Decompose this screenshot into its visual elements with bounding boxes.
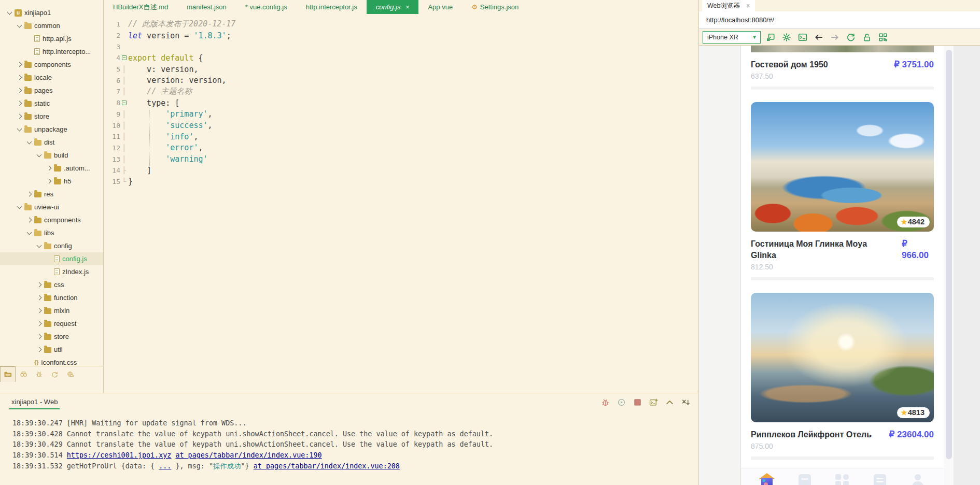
debug-icon[interactable] [31, 366, 47, 382]
globe-icon[interactable] [62, 366, 78, 382]
chevron-down-icon[interactable] [26, 230, 33, 236]
tab-config.js[interactable]: config.js× [367, 0, 419, 14]
tree-item-config[interactable]: config [0, 239, 103, 252]
chevron-right-icon[interactable] [36, 281, 43, 288]
refresh-icon[interactable] [47, 366, 62, 382]
tree-item-common[interactable]: common [0, 19, 103, 32]
console-link[interactable]: at pages/tabbar/index/index.vue:190 [175, 451, 321, 459]
tree-item-components[interactable]: components [0, 58, 103, 71]
fold-marker-icon[interactable] [120, 99, 128, 107]
tree-item-config.js[interactable]: config.js [0, 252, 103, 265]
tree-item-mixin[interactable]: mixin [0, 304, 103, 317]
tree-item-build[interactable]: build [0, 149, 103, 162]
tab-http.interceptor.js[interactable]: http.interceptor.js [297, 0, 367, 14]
terminal-icon[interactable] [796, 31, 809, 44]
tree-item-http.api.js[interactable]: http.api.js [0, 32, 103, 45]
close-icon[interactable]: × [405, 4, 409, 11]
chevron-right-icon[interactable] [26, 217, 33, 223]
clear-console-icon[interactable] [649, 398, 658, 407]
tree-item-uview-ui[interactable]: uview-ui [0, 201, 103, 213]
device-select[interactable]: iPhone XR ▼ [703, 31, 761, 44]
tree-item-pages[interactable]: pages [0, 84, 103, 97]
tree-item-function[interactable]: function [0, 291, 103, 304]
tree-item-http.intercepto...[interactable]: http.intercepto... [0, 45, 103, 58]
chevron-down-icon[interactable] [6, 9, 13, 16]
refresh-icon[interactable] [845, 31, 857, 44]
chevron-right-icon[interactable] [26, 191, 33, 197]
chevron-right-icon[interactable] [36, 294, 43, 301]
restart-icon[interactable] [617, 398, 626, 407]
tab-settings.json[interactable]: ⚙Settings.json [462, 0, 528, 14]
hotel-card[interactable]: ★4813Рипплеков Лейкфронт Отель₽ 23604.00… [741, 293, 944, 460]
tree-item-h5[interactable]: h5 [0, 175, 103, 188]
hotel-tab-icon[interactable] [797, 473, 813, 485]
chevron-down-icon[interactable] [36, 243, 43, 249]
settings-gear-icon[interactable] [780, 31, 793, 44]
tree-item-unpackage[interactable]: unpackage [0, 123, 103, 136]
chevron-right-icon[interactable] [16, 113, 23, 120]
home-tab-icon[interactable] [759, 473, 775, 485]
chevron-right-icon[interactable] [36, 320, 43, 327]
back-icon[interactable] [813, 31, 825, 44]
chevron-right-icon[interactable] [36, 346, 43, 353]
tree-item-css[interactable]: css [0, 278, 103, 291]
category-tab-icon[interactable] [834, 473, 850, 485]
bug-icon[interactable] [601, 398, 610, 407]
qrcode-icon[interactable] [877, 31, 889, 44]
chevron-right-icon[interactable] [36, 333, 43, 340]
hotel-card[interactable]: ★4842Гостиница Моя Глинка Моya Glinka₽ 9… [741, 102, 944, 280]
fold-marker-icon[interactable] [120, 54, 128, 62]
chevron-down-icon[interactable] [16, 126, 23, 133]
stop-icon[interactable] [633, 398, 642, 407]
chevron-right-icon[interactable] [46, 165, 52, 172]
open-external-icon[interactable] [764, 31, 777, 44]
profile-tab-icon[interactable] [910, 473, 926, 485]
tree-item-zindex.js[interactable]: zIndex.js [0, 265, 103, 278]
browser-tab[interactable]: Web浏览器 × [702, 0, 755, 11]
code-editor[interactable]: 1// 此版本发布于2020-12-172let version = '1.8.… [104, 14, 698, 187]
tree-item-res[interactable]: res [0, 188, 103, 201]
tree-item-libs[interactable]: libs [0, 226, 103, 239]
console-link[interactable]: at pages/tabbar/index/index.vue:208 [254, 462, 400, 470]
hotel-card[interactable]: Гостевой дом 1950₽ 3751.00637.50 [741, 46, 944, 90]
chevron-right-icon[interactable] [46, 178, 52, 184]
tab-manifest.json[interactable]: manifest.json [177, 0, 236, 14]
tab--vue.config.js[interactable]: * vue.config.js [236, 0, 297, 14]
tree-item-store[interactable]: store [0, 110, 103, 123]
chevron-down-icon[interactable] [16, 204, 23, 210]
search-icon[interactable] [16, 366, 31, 382]
chevron-right-icon[interactable] [16, 61, 23, 68]
forward-icon[interactable] [829, 31, 841, 44]
tree-item-store[interactable]: store [0, 330, 103, 343]
close-panel-icon[interactable] [681, 398, 690, 407]
chevron-down-icon[interactable] [36, 152, 43, 159]
orders-tab-icon[interactable] [872, 473, 888, 485]
console-tab[interactable]: xinjiapo1 - Web [9, 393, 60, 409]
tree-item-components[interactable]: components [0, 213, 103, 226]
chevron-right-icon[interactable] [16, 100, 23, 107]
console-link[interactable]: https://ceshi001.jpoi.xyz [67, 451, 172, 459]
tab-hbuilderx-.md[interactable]: HBuilderX自述.md [104, 0, 177, 14]
chevron-down-icon[interactable] [16, 22, 23, 29]
console-link[interactable]: ... [159, 462, 171, 470]
tree-item-request[interactable]: request [0, 317, 103, 330]
tree-item-util[interactable]: util [0, 343, 103, 356]
chevron-right-icon[interactable] [16, 74, 23, 81]
url-input[interactable] [699, 16, 980, 24]
tree-item-dist[interactable]: dist [0, 136, 103, 149]
scrollbar-thumb[interactable] [946, 50, 952, 459]
tree-item-static[interactable]: static [0, 97, 103, 110]
chevron-right-icon[interactable] [16, 87, 23, 94]
tab-app.vue[interactable]: App.vue [418, 0, 462, 14]
code-token: , [208, 109, 213, 119]
tree-item-locale[interactable]: locale [0, 71, 103, 84]
scrollbar-track[interactable] [944, 46, 954, 485]
collapse-icon[interactable] [665, 398, 674, 407]
chevron-right-icon[interactable] [36, 307, 43, 314]
tree-item-xinjiapo1[interactable]: uxinjiapo1 [0, 6, 103, 19]
files-icon[interactable] [0, 366, 16, 382]
chevron-down-icon[interactable] [26, 139, 33, 146]
close-icon[interactable]: × [746, 2, 750, 9]
unlock-icon[interactable] [861, 31, 873, 44]
tree-item-.autom...[interactable]: .autom... [0, 162, 103, 175]
